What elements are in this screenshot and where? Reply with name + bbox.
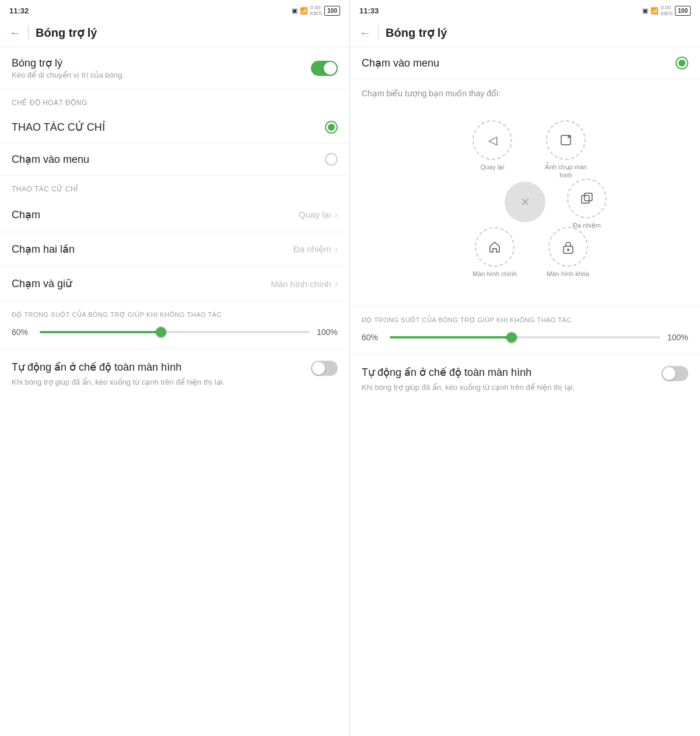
back-button-right[interactable]: ← <box>359 26 371 40</box>
slider-track-left[interactable] <box>40 331 310 333</box>
battery-left: 100 <box>324 6 340 16</box>
slider-min-left: 60% <box>12 327 33 337</box>
auto-hide-desc-left: Khi bóng trợ giúp đã ẩn, kéo xuống từ cạ… <box>12 377 302 388</box>
option-gesture-label: THAO TÁC CỬ CHỈ <box>12 121 105 134</box>
slider-thumb-right[interactable] <box>506 332 517 343</box>
slider-track-right[interactable] <box>390 336 660 339</box>
icon-grid: ◁ Quay lại Ảnh chụp màn hình ✕ <box>426 103 624 301</box>
slider-row-left: 60% 100% <box>12 327 338 337</box>
status-bar-left: 11:32 ▣ 📶 0.00KB/S 100 <box>0 0 349 19</box>
back-icon-btn[interactable]: ◁ <box>473 120 512 160</box>
chevron-icon-2: › <box>335 278 338 289</box>
auto-hide-row-right: Tự động ẩn ở chế độ toàn màn hình Khi bó… <box>350 354 700 404</box>
auto-hide-title-right: Tự động ẩn ở chế độ toàn màn hình <box>362 366 652 379</box>
svg-rect-5 <box>584 193 592 201</box>
slider-max-left: 100% <box>317 327 338 337</box>
slider-section-right: ĐỘ TRONG SUỐT CỦA BÓNG TRỢ GIÚP KHI KHÔN… <box>350 306 700 354</box>
section-gesture-label: THAO TÁC CỬ CHỈ <box>0 176 349 198</box>
header-right: ← Bóng trợ lý <box>350 19 700 47</box>
radio-gesture[interactable] <box>325 121 338 134</box>
page-title-right: Bóng trợ lý <box>386 26 447 40</box>
slider-max-right: 100% <box>667 333 688 342</box>
slider-fill-left <box>40 331 161 333</box>
time-left: 11:32 <box>9 6 29 15</box>
auto-hide-text-left: Tự động ẩn ở chế độ toàn màn hình Khi bó… <box>12 361 311 388</box>
option-gesture[interactable]: THAO TÁC CỬ CHỈ <box>0 111 349 144</box>
header-divider-left <box>28 26 29 40</box>
section-mode-label: CHẾ ĐỘ HOẠT ĐỘNG <box>0 89 349 111</box>
status-icons-left: ▣ 📶 0.00KB/S 100 <box>292 5 340 16</box>
option-menu[interactable]: Chạm vào menu <box>0 144 349 176</box>
status-icons-right: ▣ 📶 0.00KB/S 100 <box>642 5 691 16</box>
slider-row-right: 60% 100% <box>362 333 688 342</box>
top-option-radio[interactable] <box>676 57 688 69</box>
radio-menu[interactable] <box>325 153 338 166</box>
auto-hide-toggle-right[interactable] <box>662 366 688 381</box>
icon-lockscreen[interactable]: Màn hình khóa <box>547 227 589 278</box>
gesture-va-giu[interactable]: Chạm và giữ Màn hình chính › <box>0 267 349 301</box>
main-toggle-switch[interactable] <box>311 61 338 76</box>
auto-hide-toggle-left[interactable] <box>311 361 338 376</box>
gesture-va-giu-label: Chạm và giữ <box>12 277 72 290</box>
main-toggle-label: Bóng trợ lý <box>12 57 124 69</box>
top-option-row[interactable]: Chạm vào menu <box>350 47 700 79</box>
slider-label-right: ĐỘ TRONG SUỐT CỦA BÓNG TRỢ GIÚP KHI KHÔN… <box>362 316 688 325</box>
header-divider-right <box>378 26 379 40</box>
gesture-cham-label: Chạm <box>12 208 40 221</box>
gesture-va-giu-value: Màn hình chính › <box>271 278 338 289</box>
main-toggle-text: Bóng trợ lý Kéo để di chuyển vị trí của … <box>12 57 124 79</box>
status-bar-right: 11:33 ▣ 📶 0.00KB/S 100 <box>350 0 700 19</box>
auto-hide-desc-right: Khi bóng trợ giúp đã ẩn, kéo xuống từ cạ… <box>362 382 652 393</box>
home-icon-label: Màn hình chính <box>473 270 517 278</box>
gesture-hai-lan-label: Chạm hai lần <box>12 243 75 256</box>
main-toggle-subtitle: Kéo để di chuyển vị trí của bóng. <box>12 71 124 79</box>
icon-back[interactable]: ◁ Quay lại <box>473 120 512 171</box>
home-icon-btn[interactable] <box>475 227 514 267</box>
header-left: ← Bóng trợ lý <box>0 19 349 47</box>
slider-thumb-left[interactable] <box>156 327 166 337</box>
select-prompt: Chạm biểu tượng bạn muốn thay đổi: <box>350 79 700 103</box>
data-speed-r: 0.00KB/S <box>661 5 673 16</box>
lockscreen-icon-label: Màn hình khóa <box>547 270 589 278</box>
wifi-icon: 📶 <box>300 7 308 15</box>
slider-label-left: ĐỘ TRONG SUỐT CỦA BÓNG TRỢ GIÚP KHI KHÔN… <box>12 311 338 319</box>
back-button-left[interactable]: ← <box>9 26 21 40</box>
screenshot-icon-label: Ảnh chụp màn hình <box>542 163 589 180</box>
lockscreen-icon-btn[interactable] <box>548 227 588 267</box>
content-left: Bóng trợ lý Kéo để di chuyển vị trí của … <box>0 47 349 736</box>
left-screen: 11:32 ▣ 📶 0.00KB/S 100 ← Bóng trợ lý Bón… <box>0 0 350 736</box>
chevron-icon-1: › <box>335 244 338 254</box>
option-menu-label: Chạm vào menu <box>12 153 89 166</box>
slider-min-right: 60% <box>362 333 383 342</box>
icon-home[interactable]: Màn hình chính <box>473 227 517 278</box>
auto-hide-text-right: Tự động ẩn ở chế độ toàn màn hình Khi bó… <box>362 366 662 393</box>
data-speed: 0.00KB/S <box>310 5 323 16</box>
center-ball: ✕ <box>505 182 545 222</box>
auto-hide-title-left: Tự động ẩn ở chế độ toàn màn hình <box>12 361 302 374</box>
svg-point-7 <box>567 249 569 251</box>
screenshot-icon-btn[interactable] <box>546 120 586 160</box>
gesture-hai-lan[interactable]: Chạm hai lần Đa nhiệm › <box>0 232 349 267</box>
gesture-cham[interactable]: Chạm Quay lại › <box>0 198 349 232</box>
wifi-icon-r: 📶 <box>650 7 659 15</box>
multitask-icon-btn[interactable] <box>567 179 607 218</box>
right-screen: 11:33 ▣ 📶 0.00KB/S 100 ← Bóng trợ lý Chạ… <box>350 0 700 736</box>
slider-fill-right <box>390 336 512 339</box>
signal-icon: ▣ <box>292 7 298 15</box>
icon-screenshot[interactable]: Ảnh chụp màn hình <box>542 120 589 180</box>
main-toggle-row[interactable]: Bóng trợ lý Kéo để di chuyển vị trí của … <box>0 47 349 89</box>
auto-hide-row-left: Tự động ẩn ở chế độ toàn màn hình Khi bó… <box>0 348 349 399</box>
back-icon-label: Quay lại <box>480 163 504 171</box>
svg-rect-4 <box>582 196 589 203</box>
time-right: 11:33 <box>359 6 379 15</box>
gesture-hai-lan-value: Đa nhiệm › <box>293 244 338 254</box>
page-title-left: Bóng trợ lý <box>36 26 97 40</box>
content-right: Chạm vào menu Chạm biểu tượng bạn muốn t… <box>350 47 700 736</box>
signal-icon-r: ▣ <box>642 7 648 15</box>
chevron-icon-0: › <box>335 210 338 220</box>
top-option-label: Chạm vào menu <box>362 57 439 69</box>
icon-multitask[interactable]: Đa nhiệm <box>567 179 607 229</box>
slider-section-left: ĐỘ TRONG SUỐT CỦA BÓNG TRỢ GIÚP KHI KHÔN… <box>0 301 349 348</box>
gesture-cham-value: Quay lại › <box>299 210 338 220</box>
battery-right: 100 <box>675 6 691 16</box>
